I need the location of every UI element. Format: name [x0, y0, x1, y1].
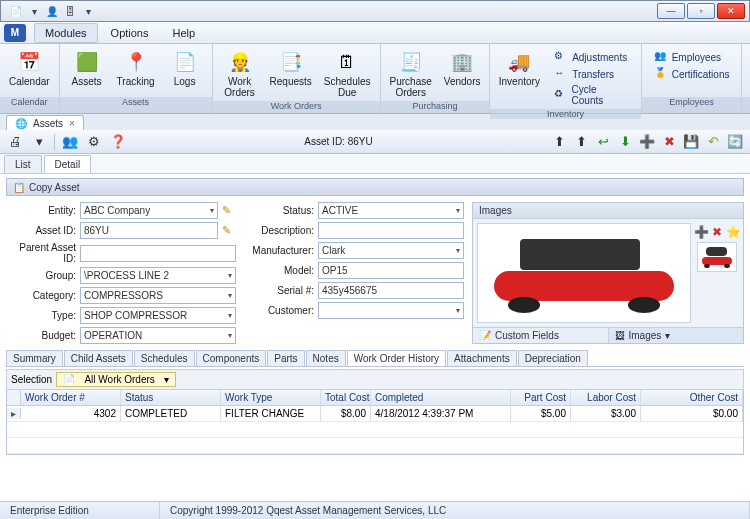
- images-tab[interactable]: 🖼 Images ▾: [609, 328, 744, 343]
- ribbon-button[interactable]: 🧾PurchaseOrders: [385, 47, 437, 101]
- add-image-icon[interactable]: ➕: [694, 225, 708, 239]
- separator: [54, 134, 55, 150]
- field-input[interactable]: SHOP COMPRESSOR▾: [80, 307, 236, 324]
- print-icon[interactable]: 🖨: [6, 133, 24, 151]
- ribbon-label: Inventory: [499, 76, 540, 87]
- ribbon-button[interactable]: 📍Tracking: [112, 47, 160, 90]
- field-value: ABC Company: [84, 205, 150, 216]
- field-input[interactable]: ACTIVE▾: [318, 202, 464, 219]
- menu-modules[interactable]: Modules: [34, 23, 98, 43]
- qa-icon[interactable]: 👤: [45, 4, 59, 18]
- field-input[interactable]: [318, 222, 464, 239]
- ribbon-list-item[interactable]: 🏅Certifications: [652, 66, 732, 82]
- ribbon-list-item[interactable]: ↔Transfers: [552, 66, 631, 82]
- field-input[interactable]: ▾: [318, 302, 464, 319]
- ribbon-button[interactable]: 🏢Vendors: [439, 47, 486, 90]
- col-status[interactable]: Status: [121, 390, 221, 405]
- field-label: Type:: [6, 310, 76, 321]
- col-completed[interactable]: Completed: [371, 390, 511, 405]
- field-input[interactable]: Clark▾: [318, 242, 464, 259]
- field-value: COMPRESSORS: [84, 290, 163, 301]
- tab-detail[interactable]: Detail: [44, 155, 92, 173]
- col-labor-cost[interactable]: Labor Cost: [571, 390, 641, 405]
- tab-list[interactable]: List: [4, 155, 42, 173]
- edit-icon[interactable]: ✎: [222, 224, 236, 237]
- edit-icon[interactable]: ✎: [222, 204, 236, 217]
- ribbon-button[interactable]: 🟩Assets: [64, 47, 110, 90]
- delete-button[interactable]: ✖: [660, 133, 678, 151]
- field-input[interactable]: [80, 245, 236, 262]
- ribbon-button[interactable]: 📑Requests: [265, 47, 317, 90]
- selection-dropdown[interactable]: 📄 All Work Orders ▾: [56, 372, 176, 387]
- ribbon-list-item[interactable]: ⚙Adjustments: [552, 49, 631, 65]
- custom-fields-tab[interactable]: 📝 Custom Fields: [473, 328, 609, 343]
- add-button[interactable]: ➕: [638, 133, 656, 151]
- refresh-button[interactable]: 🔄: [726, 133, 744, 151]
- main-image[interactable]: [477, 223, 691, 323]
- detail-tab[interactable]: Summary: [6, 350, 63, 366]
- cell-part: $5.00: [511, 406, 571, 421]
- menu-options[interactable]: Options: [100, 23, 160, 43]
- list-label: Adjustments: [572, 52, 627, 63]
- chevron-down-icon: ▾: [665, 330, 670, 341]
- qa-dd-icon[interactable]: ▾: [27, 4, 41, 18]
- print-dd-icon[interactable]: ▾: [30, 133, 48, 151]
- image-thumbnail[interactable]: [697, 242, 737, 272]
- app-orb[interactable]: M: [4, 24, 26, 42]
- ribbon-list-item[interactable]: ♻Cycle Counts: [552, 83, 631, 107]
- field-input[interactable]: 86YU: [80, 222, 218, 239]
- maximize-button[interactable]: ▫: [687, 3, 715, 19]
- field-input[interactable]: 435y456675: [318, 282, 464, 299]
- qa-icon[interactable]: 📄: [9, 4, 23, 18]
- ribbon-button[interactable]: 📅Calendar: [4, 47, 55, 90]
- detail-tab[interactable]: Parts: [267, 350, 304, 366]
- ribbon-button[interactable]: 👷WorkOrders: [217, 47, 263, 101]
- close-button[interactable]: ✕: [717, 3, 745, 19]
- nav-last-icon[interactable]: ⬇: [616, 133, 634, 151]
- form-row: Type: SHOP COMPRESSOR▾: [6, 307, 236, 324]
- qa-dd-icon[interactable]: ▾: [81, 4, 95, 18]
- detail-tab[interactable]: Schedules: [134, 350, 195, 366]
- star-image-icon[interactable]: ⭐: [726, 225, 740, 239]
- ribbon-button[interactable]: 🚚Inventory: [494, 47, 544, 90]
- col-work-type[interactable]: Work Type: [221, 390, 321, 405]
- detail-tab[interactable]: Notes: [306, 350, 346, 366]
- ribbon-list-item[interactable]: 👥Employees: [652, 49, 732, 65]
- help-icon[interactable]: ❓: [109, 133, 127, 151]
- nav-next-icon[interactable]: ↩: [594, 133, 612, 151]
- menu-help[interactable]: Help: [162, 23, 207, 43]
- detail-tab[interactable]: Child Assets: [64, 350, 133, 366]
- ribbon-group: 👷WorkOrders📑Requests🗓SchedulesDueWork Or…: [213, 44, 381, 113]
- field-input[interactable]: OP15: [318, 262, 464, 279]
- col-total-cost[interactable]: Total Cost: [321, 390, 371, 405]
- field-input[interactable]: \PROCESS LINE 2▾: [80, 267, 236, 284]
- doc-tab-assets[interactable]: 🌐 Assets ×: [6, 115, 84, 131]
- ribbon-button[interactable]: 🗓SchedulesDue: [319, 47, 376, 101]
- minimize-button[interactable]: —: [657, 3, 685, 19]
- undo-button[interactable]: ↶: [704, 133, 722, 151]
- nav-first-icon[interactable]: ⬆: [550, 133, 568, 151]
- settings-icon[interactable]: ⚙: [85, 133, 103, 151]
- col-work-order[interactable]: Work Order #: [21, 390, 121, 405]
- copy-asset-bar[interactable]: 📋 Copy Asset: [6, 178, 744, 196]
- col-part-cost[interactable]: Part Cost: [511, 390, 571, 405]
- save-button[interactable]: 💾: [682, 133, 700, 151]
- doc-tab-close[interactable]: ×: [69, 118, 75, 129]
- detail-tab[interactable]: Components: [196, 350, 267, 366]
- col-other-cost[interactable]: Other Cost: [641, 390, 743, 405]
- field-input[interactable]: ABC Company▾: [80, 202, 218, 219]
- qa-icon[interactable]: 🗄: [63, 4, 77, 18]
- work-order-grid: Work Order # Status Work Type Total Cost…: [6, 390, 744, 455]
- detail-tab[interactable]: Work Order History: [347, 350, 446, 366]
- ribbon-button[interactable]: 📄Logs: [162, 47, 208, 90]
- delete-image-icon[interactable]: ✖: [710, 225, 724, 239]
- nav-prev-icon[interactable]: ⬆: [572, 133, 590, 151]
- find-icon[interactable]: 👥: [61, 133, 79, 151]
- grid-row[interactable]: ▸ 4302 COMPLETED FILTER CHANGE $8.00 4/1…: [7, 406, 743, 422]
- field-input[interactable]: COMPRESSORS▾: [80, 287, 236, 304]
- detail-tab[interactable]: Depreciation: [518, 350, 588, 366]
- field-input[interactable]: OPERATION▾: [80, 327, 236, 344]
- detail-tab[interactable]: Attachments: [447, 350, 517, 366]
- ribbon-label: Logs: [174, 76, 196, 87]
- copy-asset-label: Copy Asset: [29, 182, 80, 193]
